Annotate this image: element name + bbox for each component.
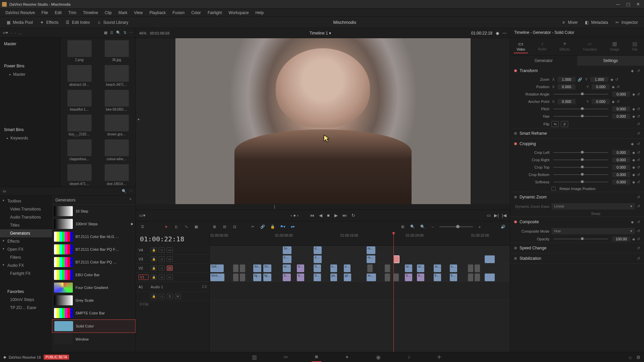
link-icon[interactable]: 🔗 [259,225,266,229]
blade-tool-icon[interactable]: ▦ [193,225,200,229]
menu-item[interactable]: Help [253,10,266,16]
timeline-ruler[interactable]: 01:00:00:00 01:00:08:00 01:00:16:00 01:0… [210,232,510,246]
bin-power[interactable]: Power Bins [0,62,60,70]
zoom-x[interactable]: 1.000 [557,77,576,82]
marker-icon[interactable]: ●▾ [289,225,296,229]
section-reframe[interactable]: Smart Reframe↺ [510,128,644,138]
clip-thumb[interactable]: abstract-18… [63,65,96,86]
page-cut[interactable]: ✂ [280,353,291,362]
playhead[interactable] [393,232,394,352]
trim-tool-icon[interactable]: ⎘ [173,225,179,229]
tab-file[interactable]: ▤File [630,39,640,53]
fx-item[interactable]: Grey Scale [52,294,136,307]
track-lanes[interactable]: 01:00:00:00 01:00:08:00 01:00:16:00 01:0… [210,232,510,352]
clip-thumb[interactable]: beach-3471… [100,65,133,86]
zoom-icon[interactable]: 🔍 [409,225,416,229]
clip-thumb[interactable]: doe-18014… [100,164,133,186]
ease-dropdown[interactable]: Linear▾ [551,203,635,209]
edit-index-toggle[interactable]: ☰Edit Index [62,19,93,26]
menu-item[interactable]: Trim [66,10,79,16]
sound-library-toggle[interactable]: ♫Sound Library [93,19,132,26]
bypass-icon[interactable]: ◉ [496,31,499,36]
fx-tree-item[interactable]: Video Transitions [0,205,52,213]
anchor-x[interactable]: 0.000 [557,99,576,104]
clip-thumb[interactable]: 2.png [63,40,96,62]
page-color[interactable]: ◉ [373,353,384,362]
viewer-canvas[interactable]: ▸ [136,38,510,204]
swap-button[interactable]: Swap [551,212,640,216]
plus-icon[interactable]: + [476,225,483,229]
selection-tool[interactable]: ➤ [163,225,169,229]
section-transform[interactable]: Transform◆↺ [510,66,644,76]
menu-item[interactable]: Workspace [226,10,252,16]
clip-thumb[interactable]: colour-whe… [100,139,133,161]
subtab-generator[interactable]: Generator [510,56,577,66]
timeline-name[interactable]: Timeline 1 ▾ [169,31,471,36]
zoom-slider[interactable] [439,226,473,227]
fx-item[interactable]: 100mV Steps★ [52,218,136,230]
bin-master[interactable]: Master [0,40,60,48]
menu-item[interactable]: File [39,10,51,16]
prev-mark-icon[interactable]: ‹ ● › [290,213,299,218]
fx-item[interactable]: BT.2111 Color Bar PQ … [52,256,136,268]
track-header-v1[interactable]: V1🔒◇▭ [136,273,209,282]
fx-tree-favorites[interactable]: Favorites [0,288,52,296]
menu-item[interactable]: Clip [102,10,114,16]
flip-h-button[interactable]: ⇋ [551,121,559,127]
snap-icon[interactable]: ⊞ [399,225,406,229]
first-frame-button[interactable]: ⏮ [310,213,314,218]
track-header-v4[interactable]: V4🔒◇▭ [136,246,209,255]
nav-back-icon[interactable]: ‹ [11,31,12,35]
prev-frame-button[interactable]: ◀ [319,213,322,218]
fx-tree-item[interactable]: TP ZO… Ease [0,304,52,312]
lock-icon[interactable]: 🔒 [269,225,276,229]
volume-icon[interactable]: 🔊 [500,225,506,229]
prev-edit-icon[interactable]: |◀ [502,213,506,218]
minus-icon[interactable]: − [429,225,436,229]
list-view-icon[interactable]: ☰ [110,31,113,35]
fx-tree-item[interactable]: Audio Transitions [0,213,52,221]
inspector-toggle[interactable]: ✂Inspector [611,19,641,26]
rotation-slider[interactable] [553,94,608,95]
fx-tree-item[interactable]: Fairlight FX [0,269,52,278]
insert-icon[interactable]: ⊞ [211,225,218,229]
track-header-a1[interactable]: A1Audio 12.0 [136,282,209,292]
overwrite-icon[interactable]: ⊟ [221,225,228,229]
fx-view-icon[interactable]: ▭ [3,189,6,193]
fx-tree-generators[interactable]: Generators [0,229,52,237]
link-icon[interactable]: 🔗 [578,77,582,82]
clip-thumb[interactable]: bee-561801… [100,90,133,111]
clip-thumb[interactable]: clapperboa… [63,139,96,161]
bin-view-icon[interactable]: ▭▾ [3,31,8,35]
fx-tree-item[interactable]: Filters [0,253,52,261]
track-header-v2[interactable]: V2🔒◇▭ [136,264,209,273]
search-icon[interactable]: 🔍 [116,31,121,35]
bin-item[interactable]: Master [0,70,60,78]
blade-icon[interactable]: ✂ [249,225,256,229]
page-edit[interactable]: ≡ [312,353,321,362]
media-pool-toggle[interactable]: ▦Media Pool [3,19,36,26]
fx-tree-openfx[interactable]: Open FX [0,245,52,253]
more-icon[interactable]: ⋯ [129,31,133,35]
star-icon[interactable]: ★ [130,222,133,226]
retain-checkbox[interactable] [551,187,555,191]
fx-item[interactable]: 10 Step [52,205,136,218]
track-header-a1-ctrl[interactable]: 🔒◇SM [136,292,209,301]
match-frame-icon[interactable]: ▭ [487,213,491,218]
section-speed[interactable]: Speed Change↺ [510,243,644,253]
maximize-button[interactable]: ▢ [626,2,630,7]
menu-item[interactable]: View [131,10,146,16]
pos-y[interactable]: 0.000 [592,84,610,89]
section-stab[interactable]: Stabilization↺ [510,253,644,263]
page-media[interactable]: ▥ [249,353,260,362]
zoom-y[interactable]: 1.000 [590,77,608,82]
nav-fwd-icon[interactable]: › [15,31,16,35]
expand-icon[interactable]: ▸ [138,117,140,121]
loop-button[interactable]: ↻ [352,213,355,218]
section-composite[interactable]: Composite◆↺ [510,217,644,227]
zoom-icon[interactable]: 🔍 [419,225,426,229]
thumb-view-icon[interactable]: ▦ [104,31,107,35]
anchor-y[interactable]: 0.000 [592,99,610,104]
menu-item[interactable]: Mark [116,10,130,16]
section-cropping[interactable]: Cropping◆↺ [510,139,644,149]
